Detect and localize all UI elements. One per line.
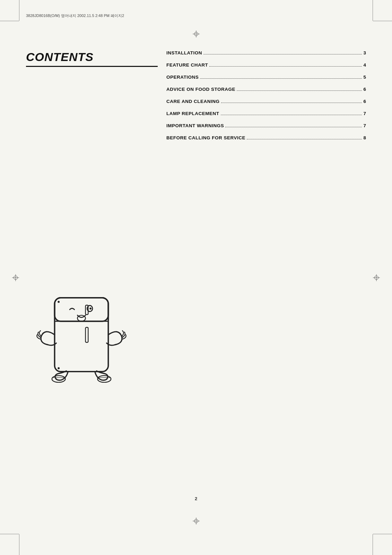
file-info: 3828JD8016B(O/M) 영어내지 2002.11.5 2:48 PM …: [26, 13, 124, 18]
mascot-illustration: [26, 284, 137, 395]
toc-page: 3: [363, 50, 366, 55]
refrigerator-mascot-svg: [33, 288, 130, 392]
svg-point-5: [77, 315, 85, 321]
toc-dots: [221, 103, 362, 103]
toc-item-important-warnings: IMPORTANT WARNINGS 7: [166, 123, 366, 128]
toc-label: CARE AND CLEANING: [166, 99, 220, 104]
toc-page: 6: [363, 99, 366, 104]
trim-line: [373, 0, 373, 21]
toc-page: 7: [363, 111, 366, 116]
trim-line: [19, 534, 19, 555]
toc-page: 6: [363, 87, 366, 92]
toc-dots: [225, 127, 362, 127]
toc-label: LAMP REPLACEMENT: [166, 111, 219, 116]
toc-dots: [200, 78, 362, 79]
toc-dots: [209, 66, 362, 67]
registration-mark-bottom: [193, 518, 200, 524]
toc-item-installation: INSTALLATION 3: [166, 50, 366, 55]
contents-section: CONTENTS: [26, 50, 158, 67]
trim-line: [0, 21, 19, 21]
trim-line: [19, 0, 19, 21]
registration-mark-top: [193, 31, 200, 37]
toc-item-operations: OPERATIONS 5: [166, 75, 366, 80]
svg-point-4: [89, 307, 92, 310]
toc-label: FEATURE CHART: [166, 62, 208, 68]
svg-rect-7: [86, 327, 88, 342]
document-page: 3828JD8016B(O/M) 영어내지 2002.11.5 2:48 PM …: [0, 0, 392, 555]
toc-label: BEFORE CALLING FOR SERVICE: [166, 135, 245, 140]
toc-item-feature-chart: FEATURE CHART 4: [166, 62, 366, 68]
toc-dots: [203, 54, 362, 54]
toc-label: INSTALLATION: [166, 50, 202, 55]
toc-dots: [237, 90, 362, 91]
contents-title: CONTENTS: [26, 50, 158, 67]
toc-dots: [221, 115, 362, 115]
toc-item-advice-food-storage: ADVICE ON FOOD STORAGE 6: [166, 87, 366, 92]
trim-line: [373, 534, 392, 534]
page-number: 2: [195, 496, 197, 501]
toc-item-lamp-replacement: LAMP REPLACEMENT 7: [166, 111, 366, 116]
toc-page: 4: [363, 62, 366, 68]
toc-label: OPERATIONS: [166, 75, 199, 80]
toc-page: 5: [363, 75, 366, 80]
svg-point-12: [58, 301, 60, 303]
trim-line: [0, 534, 19, 534]
trim-line: [373, 21, 392, 21]
toc-item-care-cleaning: CARE AND CLEANING 6: [166, 99, 366, 104]
trim-line: [373, 534, 373, 555]
table-of-contents: INSTALLATION 3 FEATURE CHART 4 OPERATION…: [166, 50, 366, 147]
toc-page: 8: [363, 135, 366, 140]
svg-rect-6: [86, 305, 88, 314]
toc-dots: [247, 139, 362, 139]
toc-item-before-calling: BEFORE CALLING FOR SERVICE 8: [166, 135, 366, 140]
toc-label: IMPORTANT WARNINGS: [166, 123, 224, 128]
toc-label: ADVICE ON FOOD STORAGE: [166, 87, 235, 92]
registration-mark-left: [12, 274, 19, 281]
svg-rect-0: [55, 298, 108, 372]
toc-page: 7: [363, 123, 366, 128]
svg-point-13: [58, 367, 60, 369]
registration-mark-right: [373, 274, 380, 281]
